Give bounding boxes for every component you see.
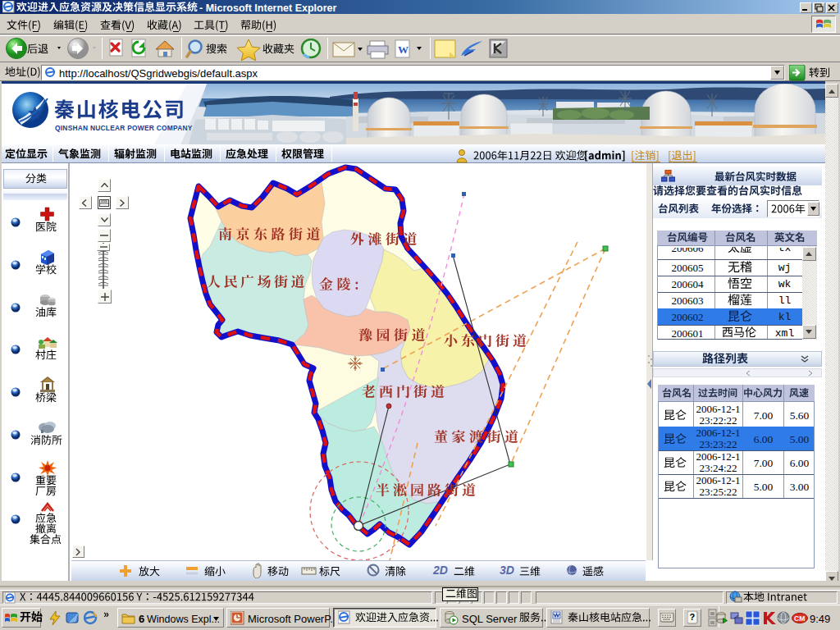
svg-text:CM: CM (794, 614, 805, 623)
svg-text:W: W (398, 43, 409, 56)
svg-text:?: ? (690, 612, 696, 622)
